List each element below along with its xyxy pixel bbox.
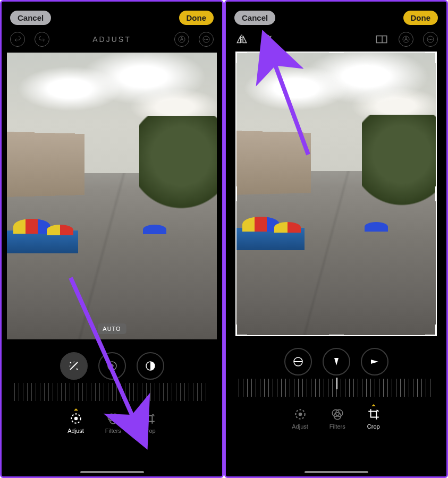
auto-enhance-button[interactable] — [60, 352, 88, 380]
auto-badge[interactable]: AUTO — [97, 323, 126, 334]
home-indicator — [80, 471, 144, 473]
rotate-icon[interactable] — [259, 32, 274, 47]
adjust-tool-row — [2, 352, 222, 380]
more-icon[interactable] — [423, 32, 438, 47]
bottom-tab-bar: Adjust Filters Crop — [2, 406, 222, 434]
crop-handle[interactable] — [425, 53, 436, 63]
crop-handle[interactable] — [236, 186, 237, 201]
svg-point-2 — [205, 39, 205, 39]
toolbar-row: ADJUST — [2, 29, 222, 53]
top-bar: Cancel Done — [2, 2, 222, 29]
vertical-perspective-button[interactable] — [323, 348, 350, 375]
crop-handle[interactable] — [329, 53, 344, 53]
svg-point-21 — [432, 39, 432, 39]
svg-point-4 — [207, 39, 208, 39]
crop-handle[interactable] — [425, 325, 436, 335]
tab-label: Adjust — [292, 423, 308, 430]
editor-adjust-screen: Cancel Done ADJUST AUTO Adjust Fi — [0, 0, 224, 478]
done-button[interactable]: Done — [403, 11, 438, 25]
svg-point-3 — [206, 39, 206, 39]
tab-adjust[interactable]: Adjust — [67, 406, 84, 434]
tab-label: Filters — [329, 423, 345, 430]
crop-handle[interactable] — [329, 335, 344, 335]
cancel-button[interactable]: Cancel — [234, 11, 275, 25]
crop-tool-row — [226, 348, 446, 375]
markup-icon[interactable] — [399, 32, 413, 47]
tab-label: Adjust — [67, 428, 84, 434]
flip-icon[interactable] — [234, 32, 249, 47]
done-button[interactable]: Done — [179, 11, 214, 25]
adjust-slider[interactable] — [14, 383, 209, 401]
bottom-tab-bar: Adjust Filters Crop — [226, 402, 446, 430]
tab-crop[interactable]: Crop — [142, 406, 156, 434]
svg-point-20 — [430, 39, 430, 39]
tab-adjust[interactable]: Adjust — [292, 402, 308, 430]
tab-label: Crop — [367, 423, 380, 430]
tab-crop[interactable]: Crop — [367, 402, 381, 430]
tab-label: Crop — [143, 428, 156, 434]
more-icon[interactable] — [199, 32, 214, 47]
exposure-button[interactable] — [98, 352, 126, 380]
mode-title: ADJUST — [92, 35, 131, 44]
photo-preview[interactable]: AUTO — [7, 53, 217, 339]
undo-icon[interactable] — [10, 32, 25, 47]
crop-handle[interactable] — [236, 53, 247, 63]
cancel-button[interactable]: Cancel — [10, 11, 51, 25]
crop-handle[interactable] — [236, 325, 247, 335]
tab-filters[interactable]: Filters — [329, 402, 345, 430]
tab-filters[interactable]: Filters — [105, 406, 121, 434]
redo-icon[interactable] — [35, 32, 49, 47]
crop-handle[interactable] — [435, 186, 436, 201]
home-indicator — [305, 471, 368, 473]
horizontal-perspective-button[interactable] — [361, 348, 388, 375]
aspect-ratio-icon[interactable] — [374, 32, 389, 47]
svg-point-8 — [74, 417, 78, 421]
top-bar: Cancel Done — [226, 2, 446, 29]
svg-point-25 — [298, 413, 302, 416]
straighten-button[interactable] — [284, 348, 312, 375]
editor-crop-screen: Cancel Done — [224, 0, 448, 478]
straighten-slider[interactable] — [239, 379, 434, 397]
svg-rect-14 — [263, 37, 270, 44]
brilliance-button[interactable] — [137, 352, 164, 380]
svg-rect-15 — [376, 36, 387, 43]
svg-point-19 — [429, 39, 429, 39]
markup-icon[interactable] — [174, 32, 189, 47]
tab-label: Filters — [105, 428, 121, 434]
toolbar-row — [226, 29, 446, 53]
photo-crop-area[interactable] — [236, 53, 436, 335]
